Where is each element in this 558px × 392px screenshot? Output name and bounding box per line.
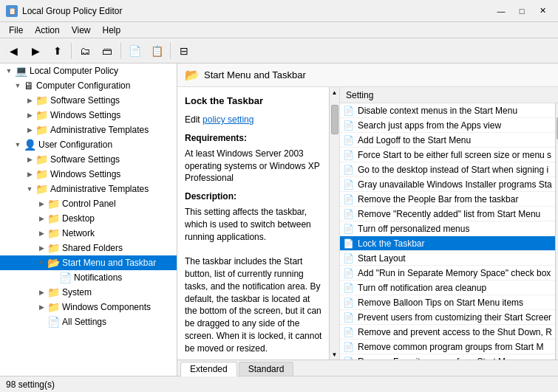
tree-panel: ▼ 💻 Local Computer Policy ▼ 🖥 Computer C… (0, 63, 177, 376)
menu-help[interactable]: Help (97, 24, 127, 37)
menu-bar: File Action View Help (0, 22, 558, 38)
setting-icon: 📄 (343, 238, 355, 249)
expand-icon: ▼ (3, 65, 15, 77)
tree-item-software-settings-1[interactable]: ▶ 📁 Software Settings (0, 93, 177, 108)
tree-item-control-panel[interactable]: ▶ 📁 Control Panel (0, 196, 177, 211)
tree-item-all-settings[interactable]: 📄 All Settings (0, 314, 177, 329)
setting-label: Prevent users from customizing their Sta… (358, 312, 552, 323)
settings-row[interactable]: 📄 Remove common program groups from Star… (340, 340, 555, 354)
up-button[interactable]: ⬆ (47, 41, 68, 61)
tree-item-shared-folders[interactable]: ▶ 📁 Shared Folders (0, 241, 177, 255)
expand-icon: ▶ (24, 109, 35, 121)
settings-row[interactable]: 📄 Search just apps from the Apps view (340, 118, 555, 133)
scroll-up-button[interactable]: ▲ (330, 87, 340, 97)
settings-row[interactable]: 📄 Add "Run in Separate Memory Space" che… (340, 266, 555, 281)
tree-label: All Settings (62, 317, 106, 327)
tree-item-system[interactable]: ▶ 📁 System (0, 285, 177, 300)
setting-label: Add "Run in Separate Memory Space" check… (358, 268, 552, 278)
tab-extended[interactable]: Extended (180, 362, 237, 376)
settings-row[interactable]: 📄 Add Logoff to the Start Menu (340, 133, 555, 148)
folder-button[interactable]: 🗃 (97, 41, 118, 61)
tree-item-notifications[interactable]: 📄 Notifications (0, 270, 177, 285)
settings-row[interactable]: 📄 Go to the desktop instead of Start whe… (340, 162, 555, 177)
tree-item-windows-components[interactable]: ▶ 📁 Windows Components (0, 300, 177, 314)
tree-label: Administrative Templates (50, 184, 149, 194)
file-icon: 📄 (59, 272, 72, 283)
menu-action[interactable]: Action (29, 24, 65, 37)
back-button[interactable]: ◀ (3, 41, 24, 61)
expand-icon: ▼ (12, 80, 24, 92)
tree-item-local-computer-policy[interactable]: ▼ 💻 Local Computer Policy (0, 63, 177, 78)
settings-row[interactable]: 📄 Force Start to be either full screen s… (340, 148, 555, 162)
policy-setting-link[interactable]: policy setting (203, 114, 254, 125)
settings-row[interactable]: 📄 Remove "Recently added" list from Star… (340, 207, 555, 221)
settings-row-lock-taskbar[interactable]: 📄 Lock the Taskbar (340, 236, 555, 251)
settings-row[interactable]: 📄 Gray unavailable Windows Installer pro… (340, 177, 555, 192)
requirements-text: At least Windows Server 2003 operating s… (185, 148, 324, 185)
settings-row[interactable]: 📄 Turn off notification area cleanup (340, 281, 555, 295)
setting-icon: 📄 (343, 268, 355, 278)
menu-view[interactable]: View (66, 24, 97, 37)
new-page-button[interactable]: 📄 (124, 41, 145, 61)
settings-row[interactable]: 📄 Start Layout (340, 251, 555, 266)
setting-label: Remove the People Bar from the taskbar (358, 194, 552, 204)
folder-icon: 📁 (47, 198, 60, 210)
maximize-button[interactable]: □ (512, 4, 531, 18)
desc-title: Lock the Taskbar (185, 94, 324, 108)
forward-button[interactable]: ▶ (25, 41, 46, 61)
content-header-icon: 📂 (185, 68, 200, 82)
toolbar-separator-3 (170, 43, 171, 59)
settings-row[interactable]: 📄 Remove Favorites menu from Start M (340, 354, 555, 360)
settings-row[interactable]: 📄 Turn off personalized menus (340, 221, 555, 236)
tree-item-network[interactable]: ▶ 📁 Network (0, 226, 177, 241)
minimize-button[interactable]: — (491, 4, 511, 18)
setting-icon: 📄 (343, 253, 355, 264)
menu-file[interactable]: File (3, 24, 29, 37)
expand-icon: ▶ (35, 198, 47, 210)
status-text: 98 setting(s) (6, 379, 55, 390)
filter-button[interactable]: ⊟ (174, 41, 194, 61)
settings-row[interactable]: 📄 Remove and prevent access to the Shut … (340, 325, 555, 340)
folder-icon: 📁 (35, 94, 48, 106)
setting-icon: 📄 (343, 224, 355, 234)
folder-icon: 📁 (47, 213, 60, 224)
description-pane: Lock the Taskbar Edit policy setting Req… (177, 87, 340, 360)
settings-row[interactable]: 📄 Remove the People Bar from the taskbar (340, 192, 555, 207)
tree-item-software-settings-2[interactable]: ▶ 📁 Software Settings (0, 152, 177, 167)
setting-icon: 📄 (343, 106, 355, 116)
setting-label: Force Start to be either full screen siz… (358, 150, 552, 160)
tree-label: Software Settings (50, 95, 120, 106)
setting-label: Go to the desktop instead of Start when … (358, 165, 552, 175)
properties-button[interactable]: 📋 (146, 41, 167, 61)
scroll-down-button[interactable]: ▼ (330, 349, 340, 360)
title-bar: 📋 Local Group Policy Editor — □ ✕ (0, 0, 558, 22)
tree-label: Desktop (62, 213, 95, 224)
settings-row[interactable]: 📄 Disable context menus in the Start Men… (340, 103, 555, 118)
description-title: Description: (185, 190, 324, 203)
expand-icon (47, 272, 59, 283)
window-controls: — □ ✕ (491, 4, 552, 18)
tree-item-windows-settings-1[interactable]: ▶ 📁 Windows Settings (0, 108, 177, 123)
main-container: ▼ 💻 Local Computer Policy ▼ 🖥 Computer C… (0, 63, 558, 376)
toolbar-separator-1 (71, 43, 72, 59)
expand-icon: ▼ (12, 139, 24, 151)
show-hide-tree-button[interactable]: 🗂 (75, 41, 95, 61)
tree-label: Start Menu and Taskbar (62, 258, 156, 268)
tree-item-admin-templates-2[interactable]: ▼ 📁 Administrative Templates (0, 182, 177, 196)
tree-item-windows-settings-2[interactable]: ▶ 📁 Windows Settings (0, 167, 177, 182)
tree-item-start-menu-taskbar[interactable]: ▼ 📂 Start Menu and Taskbar (0, 255, 177, 270)
setting-column-header[interactable]: Setting (340, 87, 558, 103)
tree-item-computer-configuration[interactable]: ▼ 🖥 Computer Configuration (0, 78, 177, 93)
open-folder-icon: 📂 (47, 257, 60, 269)
folder-icon: 📁 (47, 227, 60, 239)
settings-row[interactable]: 📄 Remove Balloon Tips on Start Menu item… (340, 295, 555, 310)
settings-row[interactable]: 📄 Prevent users from customizing their S… (340, 310, 555, 325)
setting-icon: 📄 (343, 298, 355, 308)
tree-item-desktop[interactable]: ▶ 📁 Desktop (0, 211, 177, 226)
close-button[interactable]: ✕ (533, 4, 552, 18)
tree-item-admin-templates-1[interactable]: ▶ 📁 Administrative Templates (0, 123, 177, 137)
tab-standard[interactable]: Standard (239, 362, 294, 376)
tree-item-user-configuration[interactable]: ▼ 👤 User Configuration (0, 137, 177, 152)
scroll-thumb[interactable] (331, 105, 338, 134)
setting-icon: 📄 (343, 209, 355, 219)
